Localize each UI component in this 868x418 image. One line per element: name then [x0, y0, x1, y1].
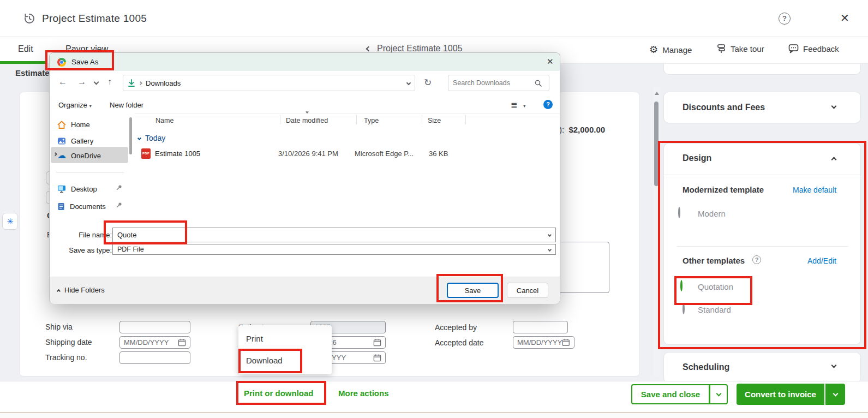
back-icon[interactable]: ← [58, 77, 67, 87]
tracking-no-field[interactable] [119, 351, 190, 364]
column-header-type[interactable]: Type [364, 117, 379, 124]
tab-edit[interactable]: Edit [18, 44, 33, 54]
column-header-size[interactable]: Size [428, 117, 441, 124]
bottom-strip [0, 412, 868, 418]
sidebar-item-onedrive[interactable]: ☁ OneDrive [57, 148, 123, 163]
help-icon[interactable]: ? [779, 13, 791, 25]
sidebar-item-home[interactable]: Home [57, 117, 123, 132]
accepted-date-field[interactable]: MM/DD/YYYY [513, 336, 574, 349]
calendar-icon [562, 338, 570, 347]
collapse-group-icon[interactable] [137, 136, 141, 140]
column-divider [465, 115, 466, 124]
column-divider [356, 115, 357, 124]
manage-button[interactable]: ⚙ Manage [649, 44, 692, 56]
dialog-titlebar[interactable] [50, 53, 560, 71]
add-edit-link[interactable]: Add/Edit [807, 256, 836, 265]
new-folder-label: New folder [110, 101, 143, 109]
feedback-icon [788, 44, 799, 53]
print-download-menu: Print Download [238, 325, 332, 374]
refresh-icon[interactable]: ↻ [424, 77, 432, 88]
save-button[interactable]: Save [447, 283, 499, 298]
search-box[interactable] [448, 75, 549, 91]
hide-folders-label: Hide Folders [64, 286, 105, 294]
tab-estimate[interactable]: Estimate [15, 68, 50, 77]
close-icon[interactable]: ✕ [840, 11, 849, 25]
file-name-input[interactable] [117, 231, 548, 239]
save-and-close-label: Save and close [641, 390, 700, 399]
chevron-down-icon [831, 363, 837, 368]
help-circle-icon[interactable]: ? [752, 255, 761, 264]
convert-to-invoice-button[interactable]: Convert to invoice [737, 384, 824, 405]
sidebar-item-label: Documents [70, 202, 106, 211]
more-actions-button[interactable]: More actions [338, 389, 389, 398]
save-type-combo[interactable]: PDF File [112, 244, 556, 255]
assist-button[interactable]: ✳ [2, 213, 18, 230]
ship-via-field[interactable] [119, 321, 190, 333]
column-header-name[interactable]: Name [155, 117, 173, 124]
view-mode-icon[interactable]: ≣ [511, 100, 517, 110]
accepted-by-field[interactable] [513, 321, 568, 333]
other-templates-title: Other templates [683, 256, 745, 265]
feedback-label: Feedback [803, 44, 839, 53]
make-default-link[interactable]: Make default [793, 186, 836, 194]
scrollbar-up-arrow[interactable] [655, 92, 659, 95]
sidebar-item-gallery[interactable]: Gallery [57, 134, 123, 148]
gallery-icon [57, 137, 66, 145]
discounts-title: Discounts and Fees [683, 103, 765, 112]
column-divider [422, 115, 422, 124]
search-icon [535, 80, 542, 87]
chevron-up-icon [57, 289, 61, 293]
up-icon[interactable]: ↑ [107, 77, 112, 87]
sidebar-scrollbar-thumb[interactable] [129, 117, 132, 154]
search-input[interactable] [453, 79, 535, 87]
chevron-down-icon [716, 391, 721, 396]
print-or-download-button[interactable]: Print or download [244, 389, 314, 398]
dialog-close-icon[interactable]: ✕ [547, 57, 554, 67]
forward-icon[interactable]: → [77, 77, 86, 87]
column-header-date[interactable]: Date modified [286, 117, 328, 124]
address-dropdown-icon[interactable] [406, 81, 411, 85]
standard-label[interactable]: Standard [698, 305, 731, 314]
pdf-icon: PDF [141, 148, 151, 159]
radio-quotation[interactable] [680, 280, 683, 291]
new-folder-button[interactable]: New folder [110, 101, 143, 109]
modern-label[interactable]: Modern [698, 209, 726, 218]
file-row[interactable]: PDF Estimate 1005 3/10/2026 9:41 PM Micr… [141, 147, 469, 160]
section-discounts[interactable]: Discounts and Fees [663, 92, 861, 123]
feedback-button[interactable]: Feedback [788, 44, 839, 53]
address-bar[interactable]: Downloads [123, 75, 415, 91]
ship-via-label: Ship via [45, 323, 73, 331]
shipping-date-field[interactable]: MM/DD/YYYY [119, 336, 190, 349]
chevron-down-icon[interactable] [548, 233, 552, 237]
save-type-label: Save as type: [65, 246, 112, 254]
take-tour-button[interactable]: Take tour [716, 44, 764, 53]
view-dropdown-icon[interactable]: ▾ [523, 103, 526, 109]
cancel-button[interactable]: Cancel [507, 283, 548, 298]
header-divider [135, 114, 560, 114]
section-scheduling[interactable]: Scheduling [663, 352, 861, 383]
menu-item-print[interactable]: Print [246, 334, 263, 343]
radio-standard[interactable] [683, 303, 685, 314]
dialog-title: Save As [71, 58, 99, 66]
hide-folders-button[interactable]: Hide Folders [57, 286, 105, 294]
chevron-left-icon [366, 46, 372, 51]
assist-spark-icon: ✳ [7, 217, 14, 226]
accepted-date-placeholder: MM/DD/YYYY [517, 338, 562, 347]
scrollbar-thumb[interactable] [654, 101, 659, 186]
sidebar-item-desktop[interactable]: Desktop [57, 182, 123, 196]
menu-item-download[interactable]: Download [246, 356, 283, 365]
chevron-up-icon[interactable] [831, 157, 837, 163]
file-name-inputbox[interactable] [112, 228, 556, 242]
quotation-label[interactable]: Quotation [698, 282, 733, 291]
organize-button[interactable]: Organize ▾ [58, 101, 92, 109]
total-amount: $2,000.00 [568, 125, 605, 134]
save-and-close-button[interactable]: Save and close [631, 384, 710, 404]
sidebar-item-documents[interactable]: Documents [57, 199, 123, 213]
recent-locations-icon[interactable] [94, 80, 99, 85]
group-today[interactable]: Today [138, 134, 165, 142]
save-and-close-dropdown[interactable] [709, 384, 728, 404]
radio-modern[interactable] [678, 207, 680, 218]
convert-to-invoice-dropdown[interactable] [825, 384, 845, 405]
dialog-help-icon[interactable]: ? [543, 100, 553, 109]
convert-to-invoice-label: Convert to invoice [745, 390, 816, 399]
